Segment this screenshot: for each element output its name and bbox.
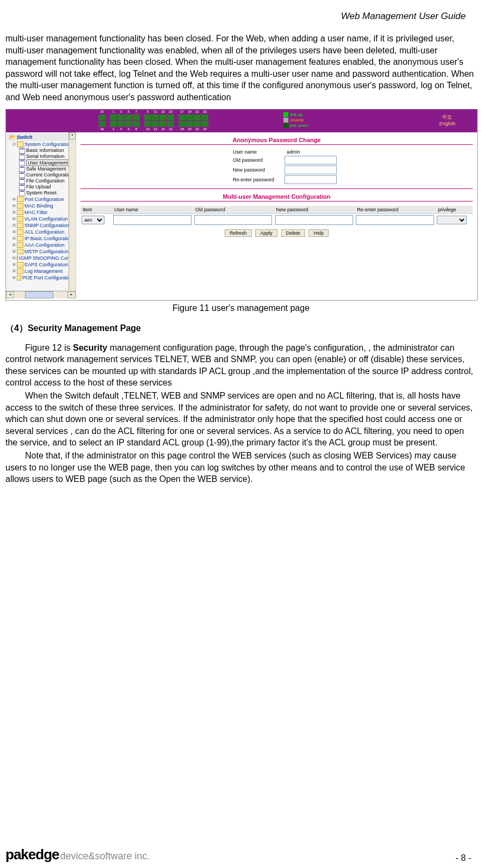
newpw-label: New password [233, 167, 285, 173]
repw-input[interactable] [285, 175, 337, 184]
sidebar-eaps[interactable]: ⊞EAPS Configuration [7, 261, 75, 268]
sidebar-item-current[interactable]: Current Configuration [7, 172, 75, 178]
port-label: 10 [144, 127, 151, 131]
port-icon [152, 114, 159, 120]
port-icon [159, 121, 166, 127]
folder-icon [17, 216, 23, 222]
logo-main: pakedge [5, 846, 59, 863]
doc-title: Web Management User Guide [5, 5, 477, 22]
section-title-anon: Anonymous Password Change [81, 137, 473, 143]
port-icon [194, 114, 201, 120]
port-icon [118, 114, 125, 120]
scroll-thumb[interactable] [25, 291, 53, 298]
legend-disable-icon [283, 118, 288, 123]
sidebar-item-usermgmt[interactable]: User Management [7, 160, 75, 166]
folder-icon [17, 229, 23, 235]
legend-linkup-label: link up [290, 112, 302, 118]
username-label: User name [233, 149, 285, 155]
main-content: Anonymous Password Change User nameadmin… [76, 132, 477, 298]
delete-button[interactable]: Delete [281, 229, 305, 237]
vscrollbar[interactable]: ▲ [69, 132, 76, 290]
port-icon [110, 121, 117, 127]
logo: pakedge device&software inc. [5, 846, 150, 863]
doc-icon [19, 172, 25, 178]
folder-icon [17, 197, 23, 202]
sidebar-macbind[interactable]: ⊞MAC Binding [7, 203, 75, 209]
tbl-newpw-input[interactable] [275, 215, 354, 225]
sidebar-log[interactable]: ⊞Log Management [7, 268, 75, 274]
sidebar-item-basic[interactable]: Basic Information [7, 148, 75, 154]
port-label: 14 [159, 127, 166, 131]
lang-en[interactable]: English [439, 120, 455, 127]
privilege-select[interactable] [437, 216, 467, 224]
th-item: Item [81, 206, 112, 214]
doc-icon [19, 154, 25, 160]
sidebar-poe[interactable]: ⊞POE Port Configuration [7, 274, 75, 281]
port-label: 23 [201, 110, 208, 114]
sidebar-item-upload[interactable]: File Upload [7, 184, 75, 190]
folder-icon [17, 275, 21, 280]
tbl-repw-input[interactable] [356, 215, 434, 225]
th-user: User name [112, 206, 193, 214]
sidebar-sysconfig[interactable]: ⊟System Configuration [7, 141, 75, 148]
th-newpw: New password [274, 206, 355, 214]
sidebar-ipbasic[interactable]: ⊞IP Basic Configuration [7, 235, 75, 242]
sidebar-acl[interactable]: ⊞ACL Configuration [7, 229, 75, 235]
sidebar-item-reset[interactable]: System Reset [7, 190, 75, 196]
tbl-username-input[interactable] [113, 215, 191, 225]
table-row: aev [81, 213, 473, 226]
port-icon [98, 114, 106, 120]
folder-icon [17, 262, 23, 267]
item-select[interactable]: aev [82, 216, 104, 224]
sidebar-switch[interactable]: 📂 Switch [7, 133, 76, 141]
section-title-multi: Multi-user Management Configuration [81, 193, 473, 200]
figure-screenshot: 25 26 12 34 56 78 910 1112 1314 1516 171… [5, 109, 478, 301]
port-icon [178, 114, 186, 120]
scroll-left-icon[interactable]: ◄ [6, 291, 14, 298]
sidebar: ▲ 📂 Switch ⊟System Configuration Basic I… [6, 132, 76, 298]
port-label: 22 [194, 127, 201, 131]
port-label: 20 [186, 127, 193, 131]
sidebar-aaa[interactable]: ⊞AAA Configuration [7, 242, 75, 248]
port-label: 19 [186, 110, 193, 114]
sidebar-port[interactable]: ⊞Port Configuration [7, 196, 75, 203]
th-repw: Re-enter password [355, 206, 436, 214]
sidebar-snmp[interactable]: ⊞SNMP Configuration [7, 222, 75, 229]
sidebar-item-serial[interactable]: Serial Information [7, 154, 75, 160]
switch-header: 25 26 12 34 56 78 910 1112 1314 1516 171… [6, 109, 477, 132]
help-button[interactable]: Help [308, 229, 329, 237]
lang-cn[interactable]: 中文 [439, 114, 455, 120]
hscrollbar[interactable]: ◄ ► [6, 291, 76, 298]
tbl-oldpw-input[interactable] [194, 215, 273, 225]
folder-icon [17, 203, 23, 209]
port-icon [152, 121, 159, 127]
sidebar-macfilter[interactable]: ⊞MAC Filter [7, 209, 75, 216]
section-heading: （4）Security Management Page [5, 323, 477, 334]
port-label: 2 [110, 127, 117, 131]
sidebar-mstp[interactable]: ⊞MSTP Configuration [7, 248, 75, 255]
doc-icon [19, 160, 25, 166]
oldpw-input[interactable] [285, 156, 337, 164]
port-label: 15 [167, 110, 174, 114]
port-icon [201, 121, 208, 127]
legend-linkup-icon [283, 112, 288, 117]
divider [81, 201, 473, 201]
folder-icon [17, 268, 23, 274]
sidebar-item-file[interactable]: File Configuration [7, 178, 75, 184]
divider [81, 188, 473, 189]
sidebar-item-safe[interactable]: Safe Management [7, 166, 75, 172]
newpw-input[interactable] [285, 166, 337, 174]
language-switch[interactable]: 中文 English [439, 114, 455, 127]
doc-icon [19, 178, 25, 184]
folder-icon [17, 236, 23, 241]
legend-disable-label: disable [290, 118, 304, 123]
refresh-button[interactable]: Refresh [225, 229, 252, 237]
scroll-right-icon[interactable]: ► [67, 291, 76, 298]
sidebar-igmp[interactable]: ⊞IGMP SNOOPING Config [7, 255, 75, 261]
sidebar-vlan[interactable]: ⊞VLAN Configuration [7, 216, 75, 222]
port-label: 5 [125, 110, 132, 114]
port-label: 1 [110, 110, 117, 114]
port-label: 6 [125, 127, 132, 131]
port-label: 16 [167, 127, 174, 131]
apply-button[interactable]: Apply [255, 229, 277, 237]
